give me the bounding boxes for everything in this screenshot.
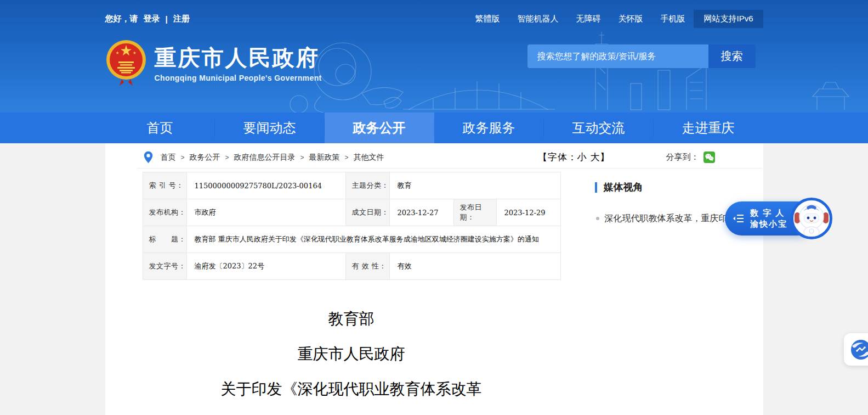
login-link[interactable]: 登录: [144, 14, 160, 24]
floating-share-button[interactable]: [844, 333, 868, 366]
index-number-label: 索 引 号：: [143, 172, 186, 199]
topbar: 您好，请 登录 | 注册 繁體版 智能机器人 无障碍 关怀版 手机版 网站支持I…: [105, 10, 763, 28]
issuing-agency-label: 发布机构：: [143, 199, 186, 226]
main-nav: 首页 要闻动态 政务公开 政务服务 互动交流 走进重庆: [0, 113, 868, 143]
assistant-label-line1: 数 字 人: [750, 208, 787, 218]
document-meta-table: 索 引 号： 11500000009275780L/2023-00164 主题分…: [143, 172, 561, 280]
greeting-text: 您好，请: [105, 14, 138, 24]
register-link[interactable]: 注册: [173, 14, 190, 24]
ipv6-badge[interactable]: 网站支持IPv6: [694, 10, 763, 28]
media-perspective-title: 媒体视角: [604, 181, 643, 194]
mobile-version-link[interactable]: 手机版: [651, 10, 694, 28]
breadcrumb: 首页 > 政务公开 > 政府信息公开目录 > 最新政策 > 其他文件 【字体：小…: [137, 151, 762, 169]
topbar-links: 繁體版 智能机器人 无障碍 关怀版 手机版 网站支持IPv6: [466, 10, 763, 28]
breadcrumb-separator: >: [225, 154, 229, 161]
nav-item-interaction[interactable]: 互动交流: [544, 113, 654, 143]
publish-date-label: 发布日期：: [453, 199, 496, 226]
document-number-value: 渝府发〔2023〕22号: [186, 253, 345, 280]
publish-date-value: 2023-12-29: [496, 199, 560, 226]
site-name-english: Chongqing Municipal People's Government: [155, 74, 322, 82]
assistant-text: 数 字 人 渝快小宝: [750, 208, 787, 229]
table-row: 索 引 号： 11500000009275780L/2023-00164 主题分…: [143, 172, 560, 199]
title-value: 教育部 重庆市人民政府关于印发《深化现代职业教育体系改革服务成渝地区双城经济圈建…: [186, 226, 560, 253]
smart-robot-link[interactable]: 智能机器人: [508, 10, 567, 28]
topbar-divider: |: [166, 14, 168, 24]
search-input[interactable]: [527, 44, 708, 68]
document-number-label: 发文字号：: [143, 253, 186, 280]
media-perspective-header: 媒体视角: [595, 181, 763, 194]
search-button[interactable]: 搜索: [708, 44, 756, 68]
font-size-prefix: 【字体：: [538, 152, 577, 162]
breadcrumb-separator: >: [181, 154, 185, 161]
written-date-label: 成文日期：: [345, 199, 389, 226]
table-row: 发布机构： 市政府 成文日期： 2023-12-27 发布日期： 2023-12…: [143, 199, 560, 226]
index-number-value: 11500000009275780L/2023-00164: [186, 172, 345, 199]
nav-item-home[interactable]: 首页: [105, 113, 215, 143]
validity-value: 有效: [389, 253, 560, 280]
nav-item-news[interactable]: 要闻动态: [215, 113, 325, 143]
care-version-link[interactable]: 关怀版: [609, 10, 651, 28]
logo-text: 重庆市人民政府 Chongqing Municipal People's Gov…: [155, 37, 322, 82]
topbar-account: 您好，请 登录 | 注册: [105, 14, 190, 24]
accessibility-link[interactable]: 无障碍: [567, 10, 609, 28]
assistant-menu-icon: [733, 212, 745, 225]
breadcrumb-latest-policies[interactable]: 最新政策: [309, 153, 340, 162]
validity-label: 有 效 性：: [345, 253, 389, 280]
font-size-small-button[interactable]: 小: [577, 152, 587, 162]
page: 您好，请 登录 | 注册 繁體版 智能机器人 无障碍 关怀版 手机版 网站支持I…: [0, 0, 868, 415]
document-title: 教育部 重庆市人民政府 关于印发《深化现代职业教育体系改革: [143, 301, 560, 407]
table-row: 发文字号： 渝府发〔2023〕22号 有 效 性： 有效: [143, 253, 560, 280]
breadcrumb-home[interactable]: 首页: [161, 153, 176, 162]
breadcrumb-separator: >: [300, 154, 304, 161]
search-box: 搜索: [527, 44, 756, 68]
document-title-line: 关于印发《深化现代职业教育体系改革: [143, 372, 560, 407]
font-size-suffix: 】: [600, 152, 610, 162]
digital-assistant-widget[interactable]: 数 字 人 渝快小宝: [725, 198, 832, 239]
topic-category-label: 主题分类：: [345, 172, 389, 199]
breadcrumb-info-catalog[interactable]: 政府信息公开目录: [234, 153, 296, 162]
nav-item-about-chongqing[interactable]: 走进重庆: [654, 113, 763, 143]
site-logo[interactable]: 重庆市人民政府 Chongqing Municipal People's Gov…: [105, 37, 322, 87]
nav-item-gov-info[interactable]: 政务公开: [325, 113, 434, 143]
breadcrumb-gov-info[interactable]: 政务公开: [190, 153, 220, 162]
document-title-line: 重庆市人民政府: [143, 337, 560, 372]
table-row: 标 题： 教育部 重庆市人民政府关于印发《深化现代职业教育体系改革服务成渝地区双…: [143, 226, 560, 253]
national-emblem-icon: [105, 37, 147, 87]
traditional-chinese-link[interactable]: 繁體版: [466, 10, 508, 28]
share-app-icon: [850, 339, 868, 360]
content-area: 首页 > 政务公开 > 政府信息公开目录 > 最新政策 > 其他文件 【字体：小…: [105, 143, 763, 415]
title-label: 标 题：: [143, 226, 186, 253]
robot-mascot-icon: [793, 200, 830, 237]
robot-mascot-avatar[interactable]: [791, 198, 832, 239]
site-name: 重庆市人民政府: [155, 45, 322, 70]
topic-category-value: 教育: [389, 172, 560, 199]
section-accent-bar: [595, 182, 597, 193]
site-header: 您好，请 登录 | 注册 繁體版 智能机器人 无障碍 关怀版 手机版 网站支持I…: [0, 0, 868, 113]
breadcrumb-other-documents[interactable]: 其他文件: [354, 153, 384, 162]
breadcrumb-separator: >: [345, 154, 349, 161]
nav-item-gov-services[interactable]: 政务服务: [434, 113, 544, 143]
assistant-label-line2: 渝快小宝: [750, 218, 787, 229]
share-group: 分享到：: [666, 152, 715, 163]
font-size-widget: 【字体：小 大】: [538, 151, 610, 164]
written-date-value: 2023-12-27: [389, 199, 453, 226]
document-title-line: 教育部: [143, 301, 560, 337]
bullet-icon: [596, 217, 599, 220]
wechat-share-icon[interactable]: [704, 152, 715, 163]
font-size-large-button[interactable]: 大: [591, 152, 600, 162]
share-label: 分享到：: [666, 152, 699, 162]
issuing-agency-value: 市政府: [186, 199, 345, 226]
location-pin-icon: [144, 151, 153, 164]
